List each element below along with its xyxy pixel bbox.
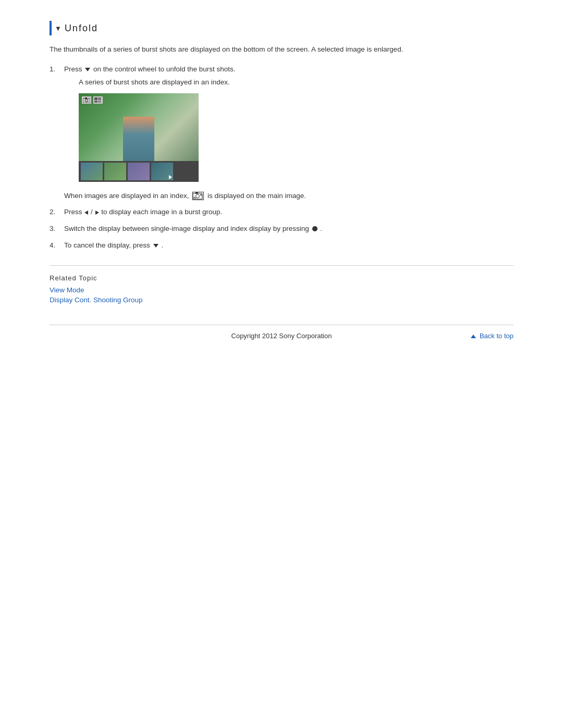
step-1-text-after: on the control wheel to unfold the burst… bbox=[93, 65, 235, 73]
step-1-content: Press on the control wheel to unfold the… bbox=[64, 64, 513, 202]
svg-rect-10 bbox=[200, 194, 202, 195]
intro-paragraph: The thumbnails of a series of burst shot… bbox=[50, 44, 513, 55]
back-to-top-link[interactable]: Back to top bbox=[471, 332, 513, 340]
step-3-number: 3. bbox=[50, 223, 64, 235]
step-3-text-full: Switch the display between single-image … bbox=[64, 225, 309, 232]
burst-image-container bbox=[79, 93, 199, 182]
step-4-text-end: . bbox=[161, 241, 163, 249]
steps-list: 1. Press on the control wheel to unfold … bbox=[50, 64, 513, 251]
page-container: ▼ Unfold The thumbnails of a series of b… bbox=[34, 0, 529, 361]
thumbnail-3 bbox=[128, 163, 150, 180]
photo-child-figure bbox=[123, 117, 154, 161]
back-to-top[interactable]: Back to top bbox=[398, 331, 514, 340]
burst-shots-image bbox=[79, 93, 513, 182]
step-4-down-arrow-icon bbox=[153, 244, 158, 248]
related-link-display-cont[interactable]: Display Cont. Shooting Group bbox=[50, 296, 513, 304]
section-title: ▼ Unfold bbox=[50, 21, 513, 35]
step-4-content: To cancel the display, press . bbox=[64, 240, 513, 251]
title-bar-decoration bbox=[50, 21, 52, 35]
index-note: When images are displayed in an index, i… bbox=[64, 190, 513, 202]
circle-button-icon bbox=[312, 226, 317, 231]
burst-group-icon bbox=[192, 192, 204, 200]
step-2-text-before: Press bbox=[64, 208, 82, 216]
step-2-slash: / bbox=[91, 208, 95, 216]
svg-point-8 bbox=[196, 194, 200, 198]
step-3: 3. Switch the display between single-ima… bbox=[50, 223, 513, 235]
svg-rect-4 bbox=[98, 97, 101, 100]
index-note-text-before: When images are displayed in an index, bbox=[64, 192, 189, 200]
footer-copyright: Copyright 2012 Sony Corporation bbox=[166, 332, 398, 340]
thumbnail-2 bbox=[104, 163, 126, 180]
step-3-content: Switch the display between single-image … bbox=[64, 223, 513, 235]
step-2-number: 2. bbox=[50, 206, 64, 218]
left-arrow-icon bbox=[84, 211, 88, 215]
step-3-text-end: . bbox=[320, 225, 322, 232]
related-section: Related Topic View Mode Display Cont. Sh… bbox=[50, 265, 513, 304]
play-icon bbox=[169, 175, 172, 179]
step-1-sub: A series of burst shots are displayed in… bbox=[79, 77, 513, 88]
svg-rect-2 bbox=[85, 97, 87, 99]
step-1: 1. Press on the control wheel to unfold … bbox=[50, 64, 513, 202]
svg-rect-3 bbox=[94, 97, 97, 100]
svg-point-1 bbox=[85, 99, 88, 102]
main-photo bbox=[79, 93, 199, 161]
footer: Copyright 2012 Sony Corporation Back to … bbox=[50, 325, 513, 340]
step-2: 2. Press / to display each image in a bu… bbox=[50, 206, 513, 218]
back-to-top-label: Back to top bbox=[480, 332, 513, 340]
thumbnail-1 bbox=[81, 163, 103, 180]
step-1-number: 1. bbox=[50, 64, 64, 75]
photo-icons bbox=[82, 96, 103, 104]
title-down-arrow-icon: ▼ bbox=[55, 24, 62, 32]
svg-rect-5 bbox=[94, 101, 97, 103]
step-2-text-after: to display each image in a burst group. bbox=[101, 208, 222, 216]
step-1-text-before: Press bbox=[64, 65, 82, 73]
step-4: 4. To cancel the display, press . bbox=[50, 240, 513, 251]
thumbnail-4 bbox=[151, 163, 173, 180]
related-topic-label: Related Topic bbox=[50, 274, 513, 282]
svg-rect-9 bbox=[195, 192, 198, 194]
up-triangle-icon bbox=[471, 335, 476, 338]
index-note-text-after: is displayed on the main image. bbox=[207, 192, 306, 200]
down-arrow-icon bbox=[85, 68, 90, 71]
step-4-number: 4. bbox=[50, 240, 64, 251]
svg-rect-6 bbox=[98, 101, 101, 103]
step-4-text-full: To cancel the display, press bbox=[64, 241, 150, 249]
camera-icon-box bbox=[82, 96, 91, 104]
thumbnail-strip bbox=[79, 161, 199, 182]
step-2-content: Press / to display each image in a burst… bbox=[64, 206, 513, 218]
page-title: Unfold bbox=[65, 23, 98, 34]
related-link-view-mode[interactable]: View Mode bbox=[50, 286, 513, 294]
right-arrow-icon bbox=[95, 211, 99, 215]
mode-icon-box bbox=[93, 96, 103, 104]
